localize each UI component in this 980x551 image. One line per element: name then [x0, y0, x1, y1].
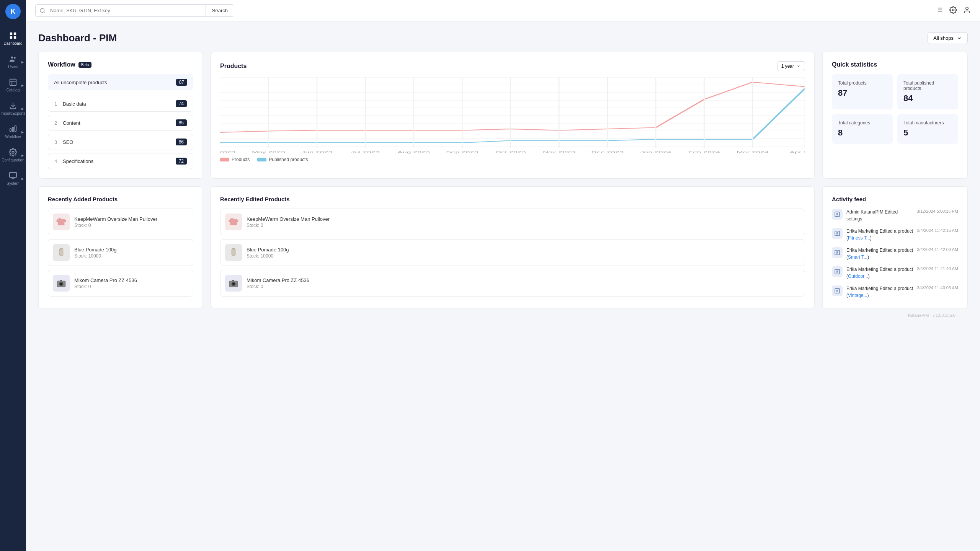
legend-published: Published products: [257, 157, 308, 162]
search-bar: Search: [35, 4, 234, 17]
configuration-expand-arrow: ▶: [21, 153, 24, 157]
shop-selector[interactable]: All shops: [928, 32, 968, 44]
activity-link-4[interactable]: Vintage...: [848, 293, 867, 298]
stat-total-products: Total products 87: [832, 74, 893, 109]
version-label: KatanaPIM - v.1.58.335.0: [38, 308, 968, 322]
recently-added-title: Recently Added Products: [48, 196, 193, 202]
top-grid: Workflow Beta All uncomplete products 87…: [38, 52, 968, 179]
settings-icon[interactable]: [949, 6, 957, 15]
svg-point-4: [11, 57, 13, 59]
app-logo[interactable]: K: [0, 0, 26, 23]
activity-icon-0: [832, 209, 843, 220]
user-icon[interactable]: [963, 6, 971, 15]
search-button[interactable]: Search: [206, 5, 234, 16]
svg-text:May 2023: May 2023: [252, 150, 285, 154]
workflow-all-uncomplete[interactable]: All uncomplete products 87: [48, 74, 193, 90]
header-icons: [936, 6, 971, 15]
sidebar-item-dashboard[interactable]: Dashboard: [0, 27, 26, 50]
svg-rect-80: [232, 248, 235, 249]
svg-text:Dec 2023: Dec 2023: [591, 150, 624, 154]
product-thumb-pullover-1: [53, 214, 70, 230]
quick-stats-card: Quick statistics Total products 87 Total…: [822, 52, 968, 179]
search-icon: [39, 8, 46, 14]
legend-published-color: [257, 158, 266, 161]
workflow-expand-arrow: ▶: [21, 130, 24, 134]
activity-link-3[interactable]: Outdoor...: [848, 274, 868, 279]
workflow-item-seo[interactable]: 3 SEO 86: [48, 134, 193, 150]
activity-link-2[interactable]: Smart T...: [848, 254, 867, 260]
products-chart: 100 90 80 70 60 50 40 30 20 10 0: [220, 77, 805, 154]
workflow-item-content[interactable]: 2 Content 85: [48, 115, 193, 131]
recently-added-card: Recently Added Products KeepMeWarm Overs…: [38, 186, 203, 308]
svg-text:Jul 2023: Jul 2023: [351, 150, 380, 154]
users-expand-arrow: ▶: [21, 60, 24, 64]
list-icon[interactable]: [936, 6, 943, 15]
workflow-icon: [9, 125, 17, 133]
sidebar-item-users[interactable]: Users ▶: [0, 50, 26, 73]
recently-edited-pomade[interactable]: Blue Pomade 100g Stock: 10000: [220, 239, 805, 266]
recently-added-pomade[interactable]: Blue Pomade 100g Stock: 10000: [48, 239, 193, 266]
sidebar-item-catalog[interactable]: Catalog ▶: [0, 73, 26, 97]
sidebar-item-system[interactable]: System ▶: [0, 167, 26, 190]
period-selector[interactable]: 1 year: [777, 61, 805, 71]
svg-rect-10: [10, 129, 11, 131]
stat-total-manufacturers: Total manufacturers 5: [897, 114, 958, 144]
search-input[interactable]: [46, 5, 206, 16]
sidebar: K Dashboard Users ▶ Catalog ▶ Import/Exp…: [0, 0, 26, 551]
workflow-all-count: 87: [176, 79, 187, 86]
product-thumb-pullover-2: [225, 214, 242, 230]
sidebar-item-configuration[interactable]: Configuration ▶: [0, 143, 26, 167]
recently-added-camera[interactable]: Mikom Camera Pro ZZ 4536 Stock: 0: [48, 270, 193, 297]
page-header: Dashboard - PIM All shops: [38, 32, 968, 44]
svg-rect-12: [15, 126, 16, 132]
svg-rect-14: [10, 173, 16, 178]
svg-rect-84: [232, 280, 234, 281]
workflow-card-title: Workflow Beta: [48, 61, 193, 68]
logo-icon: K: [5, 4, 21, 19]
activity-link-1[interactable]: Fitness T...: [848, 235, 870, 241]
svg-point-77: [60, 283, 62, 285]
activity-icon-2: [832, 247, 843, 258]
stat-total-categories: Total categories 8: [832, 114, 893, 144]
workflow-item-specifications[interactable]: 4 Specifications 72: [48, 153, 193, 169]
svg-text:Jan 2024: Jan 2024: [640, 150, 671, 154]
products-chart-header: Products 1 year: [220, 61, 805, 71]
svg-text:Apr 2023: Apr 2023: [220, 150, 235, 154]
svg-text:Mar 2024: Mar 2024: [737, 150, 768, 154]
activity-icon-1: [832, 228, 843, 239]
activity-item-0: Admin KatanaPIM Edited settings 3/12/202…: [832, 209, 958, 222]
svg-point-17: [40, 8, 44, 13]
chart-legend: Products Published products: [220, 157, 805, 162]
activity-item-2: Erika Marketing Edited a product (Smart …: [832, 247, 958, 261]
sidebar-nav: Dashboard Users ▶ Catalog ▶ Import/Expor…: [0, 23, 26, 551]
page-content: Dashboard - PIM All shops Workflow Beta …: [26, 21, 980, 551]
sidebar-item-import-exports[interactable]: Import/Exports ▶: [0, 97, 26, 120]
svg-point-25: [952, 9, 954, 11]
svg-text:Nov 2023: Nov 2023: [543, 150, 575, 154]
page-title: Dashboard - PIM: [38, 32, 117, 44]
svg-rect-2: [10, 36, 12, 39]
svg-text:Feb 2024: Feb 2024: [688, 150, 720, 154]
workflow-item-basic-data[interactable]: 1 Basic data 74: [48, 96, 193, 112]
bottom-grid: Recently Added Products KeepMeWarm Overs…: [38, 186, 968, 308]
activity-icon-3: [832, 266, 843, 277]
recently-edited-camera[interactable]: Mikom Camera Pro ZZ 4536 Stock: 0: [220, 270, 805, 297]
products-chart-card: Products 1 year: [211, 52, 815, 179]
recently-added-list: KeepMeWarm Oversize Man Pullover Stock: …: [48, 209, 193, 297]
svg-point-26: [966, 7, 969, 10]
svg-rect-78: [60, 280, 62, 281]
activity-list: Admin KatanaPIM Edited settings 3/12/202…: [832, 209, 958, 299]
svg-rect-74: [60, 248, 63, 249]
users-icon: [9, 55, 17, 63]
svg-text:Jun 2023: Jun 2023: [301, 150, 332, 154]
recently-edited-pullover[interactable]: KeepMeWarm Oversize Man Pullover Stock: …: [220, 209, 805, 235]
recently-edited-title: Recently Edited Products: [220, 196, 805, 202]
system-expand-arrow: ▶: [21, 177, 24, 180]
product-thumb-camera-2: [225, 275, 242, 292]
recently-added-pullover[interactable]: KeepMeWarm Oversize Man Pullover Stock: …: [48, 209, 193, 235]
svg-text:Aug 2023: Aug 2023: [398, 150, 430, 154]
activity-feed-card: Activity feed Admin KatanaPIM Edited set…: [822, 186, 968, 308]
sidebar-item-workflow[interactable]: Workflow ▶: [0, 120, 26, 143]
svg-rect-0: [10, 33, 12, 35]
configuration-icon: [9, 148, 17, 156]
